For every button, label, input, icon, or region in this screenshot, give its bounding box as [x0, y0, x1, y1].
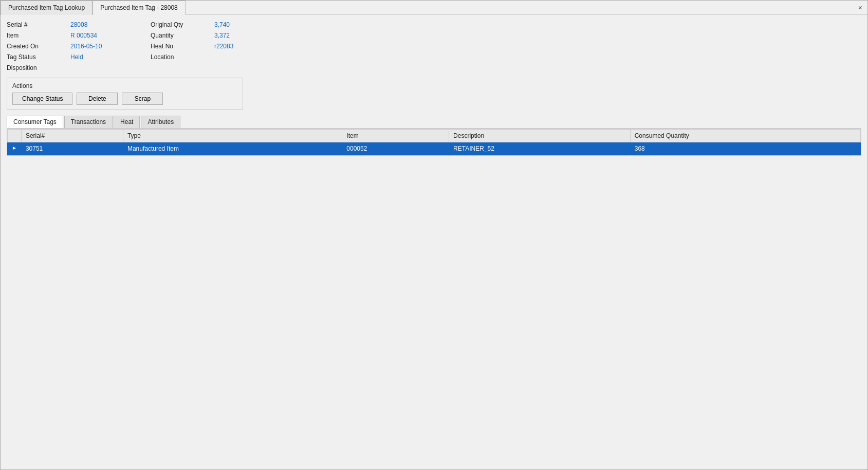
disposition-label: Disposition	[7, 63, 68, 73]
tab-transactions[interactable]: Transactions	[64, 116, 113, 128]
tab-lookup-label: Purchased Item Tag Lookup	[8, 4, 85, 11]
heat-label: Heat	[120, 118, 133, 125]
tab-consumer-tags[interactable]: Consumer Tags	[7, 116, 63, 128]
tab-tag-detail-label: Purchased Item Tag - 28008	[100, 4, 178, 11]
heat-no-label: Heat No	[151, 42, 212, 51]
disposition-value	[68, 63, 151, 73]
actions-box: Actions Change Status Delete Scrap	[7, 78, 243, 110]
quantity-value: 3,372	[212, 31, 274, 40]
row-arrow: ►	[8, 142, 22, 155]
quantity-label: Quantity	[151, 31, 212, 40]
serial-label: Serial #	[7, 20, 68, 29]
delete-button[interactable]: Delete	[77, 93, 118, 105]
heat-no-value: r22083	[212, 42, 274, 51]
close-button[interactable]: ×	[856, 4, 864, 12]
tag-status-value: Held	[68, 52, 151, 62]
tag-status-label: Tag Status	[7, 52, 68, 62]
created-on-label: Created On	[7, 42, 68, 51]
actions-label: Actions	[12, 82, 237, 89]
scrap-button[interactable]: Scrap	[122, 93, 163, 105]
col-type: Type	[123, 130, 342, 142]
col-arrow	[8, 130, 22, 142]
serial-value: 28008	[68, 20, 151, 29]
tab-heat[interactable]: Heat	[114, 116, 140, 128]
tab-lookup[interactable]: Purchased Item Tag Lookup	[1, 1, 93, 15]
consumer-tags-table-container: Serial# Type Item Description Consumed Q…	[7, 129, 861, 156]
cell-item: 000052	[342, 142, 449, 155]
titlebar: Purchased Item Tag Lookup Purchased Item…	[1, 1, 867, 15]
item-label: Item	[7, 31, 68, 40]
location-label: Location	[151, 52, 212, 62]
section-tabs-bar: Consumer Tags Transactions Heat Attribut…	[7, 116, 861, 129]
tab-tag-detail[interactable]: Purchased Item Tag - 28008	[93, 1, 186, 15]
col-description: Description	[449, 130, 631, 142]
location-value	[212, 52, 274, 62]
consumer-tags-table: Serial# Type Item Description Consumed Q…	[7, 129, 861, 155]
table-row[interactable]: ► 30751 Manufactured Item 000052 RETAINE…	[8, 142, 861, 155]
fields-grid: Serial # 28008 Original Qty 3,740 Item R…	[7, 20, 861, 73]
item-value: R 000534	[68, 31, 151, 40]
tab-attributes[interactable]: Attributes	[141, 116, 180, 128]
actions-buttons: Change Status Delete Scrap	[12, 93, 237, 105]
consumer-tags-label: Consumer Tags	[13, 118, 57, 125]
main-window: Purchased Item Tag Lookup Purchased Item…	[0, 0, 868, 470]
col-item: Item	[342, 130, 449, 142]
transactions-label: Transactions	[71, 118, 106, 125]
col-consumed-qty: Consumed Quantity	[630, 130, 860, 142]
cell-type: Manufactured Item	[123, 142, 342, 155]
cell-consumed-qty: 368	[630, 142, 860, 155]
cell-serial: 30751	[21, 142, 123, 155]
cell-description: RETAINER_52	[449, 142, 631, 155]
main-content: Serial # 28008 Original Qty 3,740 Item R…	[1, 15, 867, 469]
original-qty-value: 3,740	[212, 20, 274, 29]
change-status-button[interactable]: Change Status	[12, 93, 72, 105]
attributes-label: Attributes	[147, 118, 174, 125]
original-qty-label: Original Qty	[151, 20, 212, 29]
col-serial: Serial#	[21, 130, 123, 142]
created-on-value: 2016-05-10	[68, 42, 151, 51]
table-header-row: Serial# Type Item Description Consumed Q…	[8, 130, 861, 142]
